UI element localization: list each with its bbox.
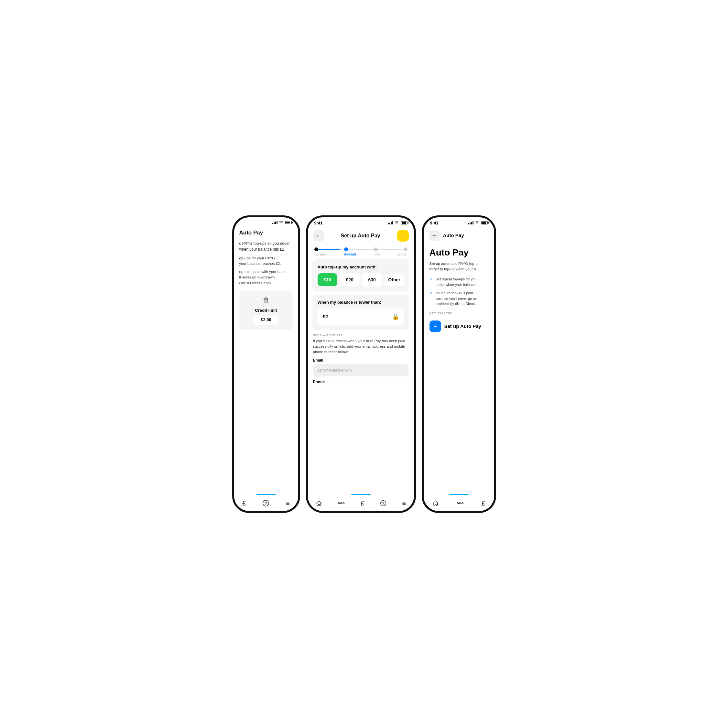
phone-left: 9:41 Auto Pay xyxy=(232,216,300,513)
center-time: 9:41 xyxy=(314,220,323,225)
email-label: Email xyxy=(313,358,409,362)
battery-icon xyxy=(285,221,292,224)
right-wifi-icon xyxy=(475,221,479,225)
receipt-section: NEED A RECEIPT? If you'd like a receipt … xyxy=(308,330,414,386)
left-bottom-indicator xyxy=(257,494,276,495)
receipt-label: NEED A RECEIPT? xyxy=(313,334,409,337)
right-time: 9:41 xyxy=(430,220,439,225)
feature-item-1: ✓ Set repeat top-ups for yo...meter when… xyxy=(430,277,488,287)
phone-center: 9:41 ← Set xyxy=(306,216,416,513)
center-wifi-icon xyxy=(395,221,399,225)
progress-line-fill xyxy=(318,249,340,250)
left-status-bar: 9:41 xyxy=(234,217,298,226)
check-icon-2: ✓ xyxy=(430,291,433,295)
left-bottom-bar: £ ? ≡ xyxy=(234,494,298,511)
amount-10-button[interactable]: £10 xyxy=(318,273,337,286)
nav-payments-icon-r[interactable]: £ xyxy=(482,500,485,507)
feature-list: ✓ Set repeat top-ups for yo...meter when… xyxy=(430,277,488,307)
wifi-icon xyxy=(279,221,283,224)
credit-label: Credit limit xyxy=(255,308,277,313)
nav-home-icon[interactable] xyxy=(316,500,322,506)
auto-pay-desc: Set up automatic PAYG top-u...forget to … xyxy=(430,261,488,272)
step-dot-energy xyxy=(314,248,318,251)
right-battery xyxy=(481,221,488,225)
nav-activity-icon[interactable] xyxy=(338,501,345,506)
left-content: Auto Pay c PAYG top-ups so you neverwhen… xyxy=(234,226,298,494)
nav-menu-icon[interactable]: ≡ xyxy=(286,500,290,507)
setup-btn-label: Set up Auto Pay xyxy=(444,323,481,329)
amount-20-button[interactable]: £20 xyxy=(340,273,359,286)
right-signal xyxy=(468,221,474,225)
nav-activity-icon-r[interactable] xyxy=(457,501,464,506)
left-desc1: c PAYG top-ups so you neverwhen your bal… xyxy=(239,241,293,252)
topup-card: Auto top-up my account with: £10 £20 £30… xyxy=(312,259,410,291)
step-dot-pay xyxy=(374,248,378,251)
phone-label: Phone xyxy=(313,380,409,384)
feature-text-1: Set repeat top-ups for yo...meter when y… xyxy=(436,277,479,287)
center-signal xyxy=(388,221,393,225)
svg-text:?: ? xyxy=(265,501,267,506)
lock-icon: 🔒 xyxy=(392,313,399,320)
nav-help-icon-c[interactable]: ? xyxy=(380,500,387,506)
balance-card-title: When my balance is lower than: xyxy=(318,300,404,305)
left-nav-bar: £ ? ≡ xyxy=(234,496,298,511)
feature-text-2: Your auto top-up is paid...card, so you'… xyxy=(436,291,480,307)
center-page-title: Set up Auto Pay xyxy=(341,233,380,239)
step-dot-done xyxy=(404,248,407,251)
right-bottom-indicator xyxy=(449,494,469,495)
nav-payments-icon[interactable]: £ xyxy=(242,500,246,507)
progress-dots xyxy=(314,248,407,251)
step-dot-amount xyxy=(344,248,348,251)
right-back-button[interactable]: ← xyxy=(429,230,440,241)
right-status-bar: 9:41 xyxy=(424,217,494,227)
nav-help-icon[interactable]: ? xyxy=(262,500,269,507)
lightning-button[interactable]: ⚡ xyxy=(397,230,409,242)
amount-options: £10 £20 £30 Other xyxy=(318,273,404,286)
auto-pay-title: Auto Pay xyxy=(430,248,488,258)
right-nav-bar: £ xyxy=(424,496,494,511)
phone-right: 9:41 ← Aut xyxy=(422,216,496,513)
topup-card-title: Auto top-up my account with: xyxy=(318,265,404,269)
step-label-energy: Energy xyxy=(316,252,326,256)
trash-icon: 🗑 xyxy=(263,296,270,305)
center-battery xyxy=(401,221,407,225)
center-nav-bar: £ ? ≡ xyxy=(308,496,414,511)
left-desc3: op-up is paid with your bankll never go … xyxy=(239,269,293,286)
amount-other-button[interactable]: Other xyxy=(385,273,404,286)
center-bottom-indicator xyxy=(351,494,371,495)
center-header: ← Set up Auto Pay ⚡ xyxy=(308,227,414,244)
signal-bars xyxy=(272,221,277,224)
svg-text:?: ? xyxy=(382,501,385,505)
step-label-pay: Pay xyxy=(375,252,380,256)
progress-labels: Energy Amount Pay Done xyxy=(314,252,407,256)
credit-amount: £2.00 xyxy=(254,315,278,325)
left-desc2: op-ups for your PAYGyour balance reaches… xyxy=(239,255,293,267)
center-status-bar: 9:41 xyxy=(308,217,414,227)
scene: 9:41 Auto Pay xyxy=(193,193,535,535)
nav-payments-icon-c[interactable]: £ xyxy=(361,500,364,507)
right-content: Auto Pay Set up automatic PAYG top-u...f… xyxy=(424,243,494,494)
amount-30-button[interactable]: £30 xyxy=(362,273,382,286)
back-button[interactable]: ← xyxy=(313,230,324,241)
nav-menu-icon-c[interactable]: ≡ xyxy=(402,500,406,507)
feature-item-2: ✓ Your auto top-up is paid...card, so yo… xyxy=(430,291,488,307)
get-started-divider xyxy=(430,317,488,317)
right-bottom-bar: £ xyxy=(424,494,494,511)
email-input[interactable]: sam@example.com xyxy=(313,364,409,376)
center-bottom-bar: £ ? ≡ xyxy=(308,494,414,511)
right-header-title: Auto Pay xyxy=(443,232,464,238)
balance-card: When my balance is lower than: £2 🔒 xyxy=(312,295,410,330)
receipt-desc: If you'd like a receipt when your Auto P… xyxy=(313,338,409,355)
right-header: ← Auto Pay xyxy=(424,227,494,243)
step-label-amount: Amount xyxy=(344,252,356,256)
step-label-done: Done xyxy=(398,252,406,256)
setup-btn-icon xyxy=(430,321,441,332)
get-started-label: GET STARTED xyxy=(430,312,488,315)
balance-field: £2 🔒 xyxy=(318,309,404,325)
progress-section: Energy Amount Pay Done xyxy=(308,244,414,256)
check-icon-1: ✓ xyxy=(430,277,433,282)
credit-card: 🗑 Credit limit £2.00 xyxy=(239,291,293,330)
setup-autopay-button[interactable]: Set up Auto Pay xyxy=(430,321,488,332)
balance-value: £2 xyxy=(323,314,328,319)
nav-home-icon-r[interactable] xyxy=(433,500,439,506)
